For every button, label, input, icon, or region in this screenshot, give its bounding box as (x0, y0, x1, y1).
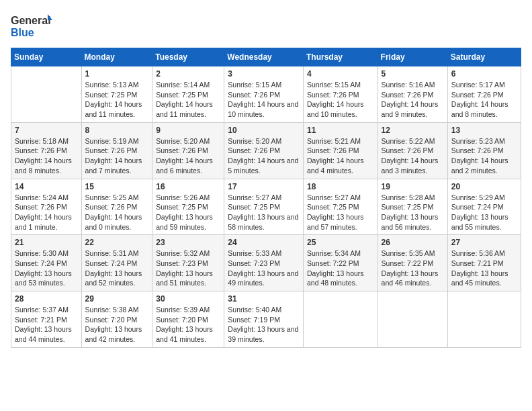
day-cell: 8Sunrise: 5:19 AMSunset: 7:26 PMDaylight… (81, 122, 152, 179)
day-cell: 31Sunrise: 5:40 AMSunset: 7:19 PMDayligh… (224, 291, 304, 348)
day-cell: 18Sunrise: 5:27 AMSunset: 7:25 PMDayligh… (303, 179, 378, 235)
sunrise-label: Sunrise: 5:31 AM (85, 249, 139, 257)
sunrise-label: Sunrise: 5:23 AM (451, 137, 505, 145)
day-cell: 24Sunrise: 5:33 AMSunset: 7:23 PMDayligh… (224, 235, 304, 291)
day-cell (447, 291, 521, 348)
day-cell: 10Sunrise: 5:20 AMSunset: 7:26 PMDayligh… (224, 122, 304, 179)
sunset-label: Sunset: 7:25 PM (382, 203, 434, 211)
sunset-label: Sunset: 7:26 PM (85, 146, 138, 154)
day-cell: 15Sunrise: 5:25 AMSunset: 7:26 PMDayligh… (81, 179, 152, 235)
day-cell: 3Sunrise: 5:15 AMSunset: 7:26 PMDaylight… (224, 66, 304, 123)
sunset-label: Sunset: 7:26 PM (85, 203, 138, 211)
sunset-label: Sunset: 7:26 PM (228, 91, 280, 99)
sunrise-label: Sunrise: 5:19 AM (85, 137, 139, 145)
day-info: Sunrise: 5:34 AMSunset: 7:22 PMDaylight:… (307, 248, 374, 288)
sunset-label: Sunset: 7:24 PM (85, 259, 138, 267)
day-cell: 30Sunrise: 5:39 AMSunset: 7:20 PMDayligh… (152, 291, 224, 348)
calendar-table: SundayMondayTuesdayWednesdayThursdayFrid… (11, 48, 521, 348)
day-number: 30 (156, 294, 220, 304)
day-cell: 16Sunrise: 5:26 AMSunset: 7:25 PMDayligh… (152, 179, 224, 235)
sunrise-label: Sunrise: 5:33 AM (228, 249, 281, 257)
sunrise-label: Sunrise: 5:27 AM (307, 193, 361, 201)
sunrise-label: Sunrise: 5:15 AM (228, 81, 281, 89)
day-info: Sunrise: 5:30 AMSunset: 7:24 PMDaylight:… (15, 248, 78, 288)
day-cell: 12Sunrise: 5:22 AMSunset: 7:26 PMDayligh… (378, 122, 447, 179)
day-info: Sunrise: 5:21 AMSunset: 7:26 PMDaylight:… (307, 136, 374, 176)
daylight-label: Daylight: 13 hours and 42 minutes. (85, 325, 142, 343)
day-cell: 14Sunrise: 5:24 AMSunset: 7:26 PMDayligh… (11, 179, 82, 235)
week-row-4: 21Sunrise: 5:30 AMSunset: 7:24 PMDayligh… (11, 235, 521, 291)
sunset-label: Sunset: 7:26 PM (307, 146, 359, 154)
page-header: GeneralBlue (11, 11, 521, 41)
day-cell: 1Sunrise: 5:13 AMSunset: 7:25 PMDaylight… (81, 66, 152, 123)
day-number: 26 (382, 238, 444, 247)
daylight-label: Daylight: 14 hours and 1 minute. (15, 213, 72, 231)
sunrise-label: Sunrise: 5:39 AM (156, 306, 210, 314)
sunrise-label: Sunrise: 5:36 AM (451, 249, 505, 257)
sunrise-label: Sunrise: 5:16 AM (382, 81, 435, 89)
daylight-label: Daylight: 14 hours and 9 minutes. (382, 100, 439, 118)
day-cell: 25Sunrise: 5:34 AMSunset: 7:22 PMDayligh… (303, 235, 378, 291)
sunrise-label: Sunrise: 5:35 AM (382, 249, 435, 257)
daylight-label: Daylight: 13 hours and 44 minutes. (15, 325, 72, 343)
sunrise-label: Sunrise: 5:34 AM (307, 249, 361, 257)
day-number: 15 (85, 182, 149, 191)
weekday-header-friday: Friday (378, 48, 447, 66)
day-info: Sunrise: 5:13 AMSunset: 7:25 PMDaylight:… (85, 80, 149, 120)
week-row-5: 28Sunrise: 5:37 AMSunset: 7:21 PMDayligh… (11, 291, 521, 348)
sunset-label: Sunset: 7:25 PM (307, 203, 359, 211)
day-number: 24 (228, 238, 300, 247)
header-row: SundayMondayTuesdayWednesdayThursdayFrid… (11, 48, 521, 66)
daylight-label: Daylight: 14 hours and 8 minutes. (15, 156, 72, 175)
weekday-header-saturday: Saturday (447, 48, 521, 66)
sunset-label: Sunset: 7:24 PM (451, 203, 504, 211)
day-info: Sunrise: 5:25 AMSunset: 7:26 PMDaylight:… (85, 193, 149, 232)
sunrise-label: Sunrise: 5:40 AM (228, 306, 281, 314)
weekday-header-wednesday: Wednesday (224, 48, 304, 66)
sunrise-label: Sunrise: 5:27 AM (228, 193, 281, 201)
sunrise-label: Sunrise: 5:37 AM (15, 306, 69, 314)
daylight-label: Daylight: 14 hours and 10 minutes. (307, 100, 364, 118)
day-number: 31 (228, 294, 300, 304)
day-info: Sunrise: 5:37 AMSunset: 7:21 PMDaylight:… (15, 305, 78, 345)
sunrise-label: Sunrise: 5:20 AM (228, 137, 281, 145)
daylight-label: Daylight: 13 hours and 39 minutes. (228, 325, 298, 343)
day-number: 25 (307, 238, 374, 247)
sunrise-label: Sunrise: 5:17 AM (451, 81, 505, 89)
day-info: Sunrise: 5:31 AMSunset: 7:24 PMDaylight:… (85, 248, 149, 288)
week-row-3: 14Sunrise: 5:24 AMSunset: 7:26 PMDayligh… (11, 179, 521, 235)
daylight-label: Daylight: 13 hours and 53 minutes. (15, 269, 72, 287)
day-cell: 19Sunrise: 5:28 AMSunset: 7:25 PMDayligh… (378, 179, 447, 235)
daylight-label: Daylight: 13 hours and 45 minutes. (451, 269, 508, 287)
daylight-label: Daylight: 14 hours and 10 minutes. (228, 100, 298, 118)
day-cell: 9Sunrise: 5:20 AMSunset: 7:26 PMDaylight… (152, 122, 224, 179)
daylight-label: Daylight: 14 hours and 4 minutes. (307, 156, 364, 175)
day-cell: 29Sunrise: 5:38 AMSunset: 7:20 PMDayligh… (81, 291, 152, 348)
daylight-label: Daylight: 14 hours and 3 minutes. (382, 156, 439, 175)
sunset-label: Sunset: 7:26 PM (156, 146, 208, 154)
day-info: Sunrise: 5:28 AMSunset: 7:25 PMDaylight:… (382, 193, 444, 232)
day-info: Sunrise: 5:18 AMSunset: 7:26 PMDaylight:… (15, 136, 78, 176)
daylight-label: Daylight: 14 hours and 11 minutes. (85, 100, 142, 118)
sunset-label: Sunset: 7:26 PM (15, 146, 67, 154)
sunrise-label: Sunrise: 5:14 AM (156, 81, 210, 89)
day-info: Sunrise: 5:19 AMSunset: 7:26 PMDaylight:… (85, 136, 149, 176)
day-info: Sunrise: 5:40 AMSunset: 7:19 PMDaylight:… (228, 305, 300, 345)
day-number: 2 (156, 69, 220, 79)
day-number: 8 (85, 126, 149, 135)
daylight-label: Daylight: 13 hours and 48 minutes. (307, 269, 364, 287)
day-info: Sunrise: 5:20 AMSunset: 7:26 PMDaylight:… (156, 136, 220, 176)
sunset-label: Sunset: 7:20 PM (156, 316, 208, 324)
day-number: 10 (228, 126, 300, 135)
sunrise-label: Sunrise: 5:30 AM (15, 249, 69, 257)
day-number: 11 (307, 126, 374, 135)
day-cell: 28Sunrise: 5:37 AMSunset: 7:21 PMDayligh… (11, 291, 82, 348)
daylight-label: Daylight: 13 hours and 41 minutes. (156, 325, 213, 343)
sunset-label: Sunset: 7:26 PM (382, 146, 434, 154)
day-number: 5 (382, 69, 444, 79)
day-info: Sunrise: 5:35 AMSunset: 7:22 PMDaylight:… (382, 248, 444, 288)
logo-icon: GeneralBlue (11, 11, 64, 41)
sunrise-label: Sunrise: 5:38 AM (85, 306, 139, 314)
sunrise-label: Sunrise: 5:28 AM (382, 193, 435, 201)
day-number: 16 (156, 182, 220, 191)
